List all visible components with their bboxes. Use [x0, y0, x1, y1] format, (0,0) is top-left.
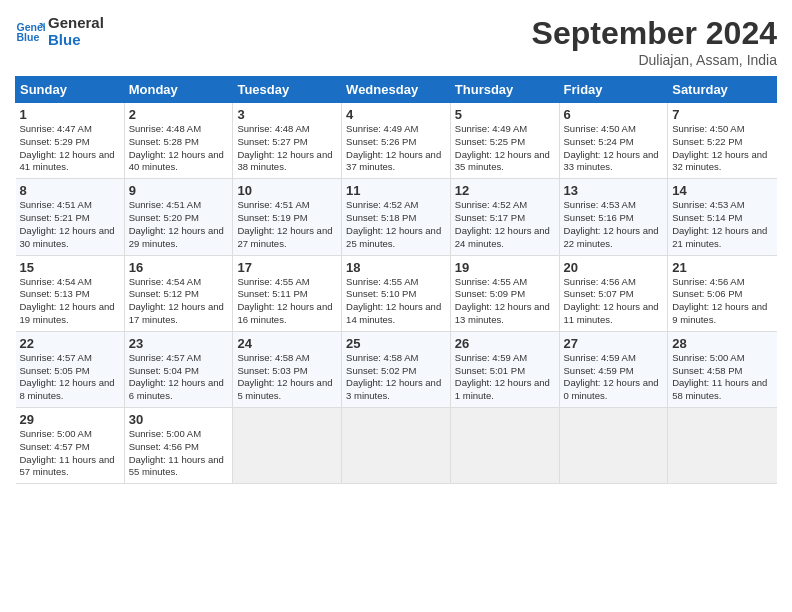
day-number: 2 — [129, 107, 229, 122]
day-cell: 20 Sunrise: 4:56 AMSunset: 5:07 PMDaylig… — [559, 255, 668, 331]
day-number: 6 — [564, 107, 664, 122]
day-cell — [450, 408, 559, 484]
day-number: 9 — [129, 183, 229, 198]
day-number: 11 — [346, 183, 446, 198]
day-number: 25 — [346, 336, 446, 351]
day-number: 18 — [346, 260, 446, 275]
day-cell — [668, 408, 777, 484]
day-info: Sunrise: 4:50 AMSunset: 5:24 PMDaylight:… — [564, 123, 664, 174]
day-cell: 19 Sunrise: 4:55 AMSunset: 5:09 PMDaylig… — [450, 255, 559, 331]
day-info: Sunrise: 4:55 AMSunset: 5:10 PMDaylight:… — [346, 276, 446, 327]
week-row-3: 15 Sunrise: 4:54 AMSunset: 5:13 PMDaylig… — [16, 255, 777, 331]
day-number: 13 — [564, 183, 664, 198]
day-info: Sunrise: 4:54 AMSunset: 5:13 PMDaylight:… — [20, 276, 120, 327]
title-block: September 2024 Duliajan, Assam, India — [532, 15, 777, 68]
day-number: 8 — [20, 183, 120, 198]
month-title: September 2024 — [532, 15, 777, 52]
day-cell — [342, 408, 451, 484]
header-row: SundayMondayTuesdayWednesdayThursdayFrid… — [16, 77, 777, 103]
day-number: 10 — [237, 183, 337, 198]
day-info: Sunrise: 5:00 AMSunset: 4:58 PMDaylight:… — [672, 352, 772, 403]
day-cell: 30 Sunrise: 5:00 AMSunset: 4:56 PMDaylig… — [124, 408, 233, 484]
day-number: 29 — [20, 412, 120, 427]
svg-text:Blue: Blue — [17, 31, 40, 43]
day-cell: 14 Sunrise: 4:53 AMSunset: 5:14 PMDaylig… — [668, 179, 777, 255]
day-cell: 26 Sunrise: 4:59 AMSunset: 5:01 PMDaylig… — [450, 331, 559, 407]
day-number: 24 — [237, 336, 337, 351]
day-cell: 1 Sunrise: 4:47 AMSunset: 5:29 PMDayligh… — [16, 103, 125, 179]
day-info: Sunrise: 4:53 AMSunset: 5:16 PMDaylight:… — [564, 199, 664, 250]
header-monday: Monday — [124, 77, 233, 103]
day-number: 12 — [455, 183, 555, 198]
day-cell: 7 Sunrise: 4:50 AMSunset: 5:22 PMDayligh… — [668, 103, 777, 179]
day-cell: 8 Sunrise: 4:51 AMSunset: 5:21 PMDayligh… — [16, 179, 125, 255]
day-info: Sunrise: 4:51 AMSunset: 5:19 PMDaylight:… — [237, 199, 337, 250]
day-number: 21 — [672, 260, 772, 275]
day-info: Sunrise: 4:59 AMSunset: 4:59 PMDaylight:… — [564, 352, 664, 403]
day-number: 7 — [672, 107, 772, 122]
day-cell: 9 Sunrise: 4:51 AMSunset: 5:20 PMDayligh… — [124, 179, 233, 255]
day-info: Sunrise: 4:54 AMSunset: 5:12 PMDaylight:… — [129, 276, 229, 327]
day-cell: 5 Sunrise: 4:49 AMSunset: 5:25 PMDayligh… — [450, 103, 559, 179]
day-cell: 17 Sunrise: 4:55 AMSunset: 5:11 PMDaylig… — [233, 255, 342, 331]
day-info: Sunrise: 4:56 AMSunset: 5:06 PMDaylight:… — [672, 276, 772, 327]
week-row-5: 29 Sunrise: 5:00 AMSunset: 4:57 PMDaylig… — [16, 408, 777, 484]
day-number: 17 — [237, 260, 337, 275]
header-tuesday: Tuesday — [233, 77, 342, 103]
logo-line1: General — [48, 15, 104, 32]
day-info: Sunrise: 4:48 AMSunset: 5:28 PMDaylight:… — [129, 123, 229, 174]
day-info: Sunrise: 4:58 AMSunset: 5:02 PMDaylight:… — [346, 352, 446, 403]
day-cell: 2 Sunrise: 4:48 AMSunset: 5:28 PMDayligh… — [124, 103, 233, 179]
day-info: Sunrise: 4:48 AMSunset: 5:27 PMDaylight:… — [237, 123, 337, 174]
day-info: Sunrise: 4:58 AMSunset: 5:03 PMDaylight:… — [237, 352, 337, 403]
header-saturday: Saturday — [668, 77, 777, 103]
day-number: 15 — [20, 260, 120, 275]
day-cell: 10 Sunrise: 4:51 AMSunset: 5:19 PMDaylig… — [233, 179, 342, 255]
day-info: Sunrise: 4:57 AMSunset: 5:04 PMDaylight:… — [129, 352, 229, 403]
day-info: Sunrise: 4:53 AMSunset: 5:14 PMDaylight:… — [672, 199, 772, 250]
day-number: 14 — [672, 183, 772, 198]
logo-line2: Blue — [48, 32, 104, 49]
day-cell: 3 Sunrise: 4:48 AMSunset: 5:27 PMDayligh… — [233, 103, 342, 179]
day-info: Sunrise: 4:52 AMSunset: 5:17 PMDaylight:… — [455, 199, 555, 250]
day-cell: 4 Sunrise: 4:49 AMSunset: 5:26 PMDayligh… — [342, 103, 451, 179]
day-cell: 6 Sunrise: 4:50 AMSunset: 5:24 PMDayligh… — [559, 103, 668, 179]
day-cell — [233, 408, 342, 484]
day-info: Sunrise: 4:49 AMSunset: 5:26 PMDaylight:… — [346, 123, 446, 174]
day-info: Sunrise: 4:57 AMSunset: 5:05 PMDaylight:… — [20, 352, 120, 403]
day-number: 20 — [564, 260, 664, 275]
day-info: Sunrise: 4:52 AMSunset: 5:18 PMDaylight:… — [346, 199, 446, 250]
day-cell: 15 Sunrise: 4:54 AMSunset: 5:13 PMDaylig… — [16, 255, 125, 331]
day-number: 22 — [20, 336, 120, 351]
day-info: Sunrise: 4:47 AMSunset: 5:29 PMDaylight:… — [20, 123, 120, 174]
header-wednesday: Wednesday — [342, 77, 451, 103]
day-number: 19 — [455, 260, 555, 275]
day-cell: 23 Sunrise: 4:57 AMSunset: 5:04 PMDaylig… — [124, 331, 233, 407]
day-info: Sunrise: 5:00 AMSunset: 4:56 PMDaylight:… — [129, 428, 229, 479]
calendar-table: SundayMondayTuesdayWednesdayThursdayFrid… — [15, 76, 777, 484]
day-info: Sunrise: 4:49 AMSunset: 5:25 PMDaylight:… — [455, 123, 555, 174]
day-info: Sunrise: 4:50 AMSunset: 5:22 PMDaylight:… — [672, 123, 772, 174]
header-sunday: Sunday — [16, 77, 125, 103]
day-number: 30 — [129, 412, 229, 427]
day-info: Sunrise: 4:55 AMSunset: 5:11 PMDaylight:… — [237, 276, 337, 327]
day-info: Sunrise: 4:59 AMSunset: 5:01 PMDaylight:… — [455, 352, 555, 403]
day-number: 27 — [564, 336, 664, 351]
week-row-2: 8 Sunrise: 4:51 AMSunset: 5:21 PMDayligh… — [16, 179, 777, 255]
week-row-1: 1 Sunrise: 4:47 AMSunset: 5:29 PMDayligh… — [16, 103, 777, 179]
day-cell: 28 Sunrise: 5:00 AMSunset: 4:58 PMDaylig… — [668, 331, 777, 407]
header-thursday: Thursday — [450, 77, 559, 103]
day-info: Sunrise: 4:51 AMSunset: 5:20 PMDaylight:… — [129, 199, 229, 250]
day-cell: 18 Sunrise: 4:55 AMSunset: 5:10 PMDaylig… — [342, 255, 451, 331]
day-number: 3 — [237, 107, 337, 122]
week-row-4: 22 Sunrise: 4:57 AMSunset: 5:05 PMDaylig… — [16, 331, 777, 407]
day-cell: 21 Sunrise: 4:56 AMSunset: 5:06 PMDaylig… — [668, 255, 777, 331]
day-number: 1 — [20, 107, 120, 122]
day-number: 4 — [346, 107, 446, 122]
day-cell: 13 Sunrise: 4:53 AMSunset: 5:16 PMDaylig… — [559, 179, 668, 255]
day-number: 16 — [129, 260, 229, 275]
day-cell: 27 Sunrise: 4:59 AMSunset: 4:59 PMDaylig… — [559, 331, 668, 407]
day-cell: 11 Sunrise: 4:52 AMSunset: 5:18 PMDaylig… — [342, 179, 451, 255]
day-cell: 29 Sunrise: 5:00 AMSunset: 4:57 PMDaylig… — [16, 408, 125, 484]
header-friday: Friday — [559, 77, 668, 103]
